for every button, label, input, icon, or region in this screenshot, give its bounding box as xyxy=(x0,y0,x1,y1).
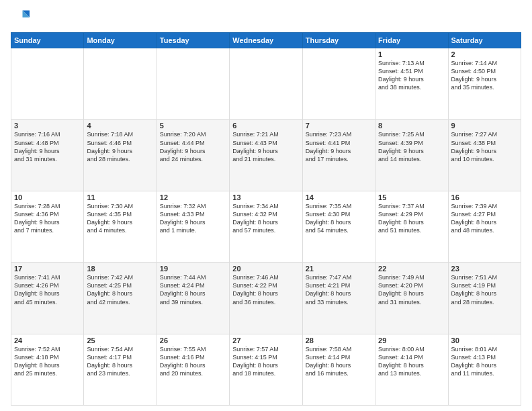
header-row: SundayMondayTuesdayWednesdayThursdayFrid… xyxy=(11,33,521,48)
day-number: 6 xyxy=(232,122,299,130)
calendar-cell: 2Sunrise: 7:14 AM Sunset: 4:50 PM Daylig… xyxy=(448,48,521,120)
calendar-cell: 1Sunrise: 7:13 AM Sunset: 4:51 PM Daylig… xyxy=(375,48,448,120)
day-info: Sunrise: 7:25 AM Sunset: 4:39 PM Dayligh… xyxy=(378,130,445,163)
weekday-header-monday: Monday xyxy=(84,33,157,48)
calendar-week-5: 24Sunrise: 7:52 AM Sunset: 4:18 PM Dayli… xyxy=(11,334,521,405)
weekday-header-friday: Friday xyxy=(375,33,448,48)
day-info: Sunrise: 7:34 AM Sunset: 4:32 PM Dayligh… xyxy=(232,202,299,235)
weekday-header-sunday: Sunday xyxy=(11,33,84,48)
calendar-cell xyxy=(157,48,229,120)
day-number: 4 xyxy=(87,122,153,130)
page: SundayMondayTuesdayWednesdayThursdayFrid… xyxy=(0,0,532,411)
calendar-cell: 21Sunrise: 7:47 AM Sunset: 4:21 PM Dayli… xyxy=(302,263,375,334)
day-number: 26 xyxy=(160,336,226,345)
day-number: 10 xyxy=(14,193,81,201)
calendar-cell: 7Sunrise: 7:23 AM Sunset: 4:41 PM Daylig… xyxy=(302,120,375,191)
calendar-cell: 26Sunrise: 7:55 AM Sunset: 4:16 PM Dayli… xyxy=(157,334,229,405)
calendar-cell: 16Sunrise: 7:39 AM Sunset: 4:27 PM Dayli… xyxy=(448,191,521,262)
day-info: Sunrise: 7:47 AM Sunset: 4:21 PM Dayligh… xyxy=(306,273,372,306)
day-number: 23 xyxy=(451,265,518,273)
day-info: Sunrise: 7:16 AM Sunset: 4:48 PM Dayligh… xyxy=(14,130,81,163)
calendar-cell xyxy=(84,48,157,120)
day-number: 13 xyxy=(232,193,299,201)
day-number: 5 xyxy=(160,122,226,130)
day-number: 7 xyxy=(306,122,372,130)
day-number: 12 xyxy=(160,193,226,201)
day-info: Sunrise: 7:52 AM Sunset: 4:18 PM Dayligh… xyxy=(14,345,81,378)
logo-icon xyxy=(11,8,30,27)
calendar-cell: 18Sunrise: 7:42 AM Sunset: 4:25 PM Dayli… xyxy=(84,263,157,334)
calendar-table: SundayMondayTuesdayWednesdayThursdayFrid… xyxy=(11,32,521,406)
calendar-week-4: 17Sunrise: 7:41 AM Sunset: 4:26 PM Dayli… xyxy=(11,263,521,334)
day-info: Sunrise: 7:37 AM Sunset: 4:29 PM Dayligh… xyxy=(378,202,445,235)
calendar-header: SundayMondayTuesdayWednesdayThursdayFrid… xyxy=(11,33,521,48)
day-number: 2 xyxy=(451,50,518,58)
day-number: 19 xyxy=(160,265,226,273)
day-info: Sunrise: 7:55 AM Sunset: 4:16 PM Dayligh… xyxy=(160,345,226,378)
day-number: 24 xyxy=(14,336,81,345)
day-number: 30 xyxy=(451,336,518,345)
day-info: Sunrise: 7:44 AM Sunset: 4:24 PM Dayligh… xyxy=(160,273,226,306)
day-info: Sunrise: 7:46 AM Sunset: 4:22 PM Dayligh… xyxy=(232,273,299,306)
day-info: Sunrise: 7:32 AM Sunset: 4:33 PM Dayligh… xyxy=(160,202,226,235)
day-number: 18 xyxy=(87,265,153,273)
day-info: Sunrise: 7:14 AM Sunset: 4:50 PM Dayligh… xyxy=(451,59,518,92)
calendar-cell: 29Sunrise: 8:00 AM Sunset: 4:14 PM Dayli… xyxy=(375,334,448,405)
calendar-cell: 11Sunrise: 7:30 AM Sunset: 4:35 PM Dayli… xyxy=(84,191,157,262)
logo xyxy=(11,8,31,27)
day-number: 15 xyxy=(378,193,445,201)
calendar-cell: 9Sunrise: 7:27 AM Sunset: 4:38 PM Daylig… xyxy=(448,120,521,191)
weekday-header-saturday: Saturday xyxy=(448,33,521,48)
weekday-header-thursday: Thursday xyxy=(302,33,375,48)
day-info: Sunrise: 7:13 AM Sunset: 4:51 PM Dayligh… xyxy=(378,59,445,92)
day-number: 29 xyxy=(378,336,445,345)
calendar-cell: 14Sunrise: 7:35 AM Sunset: 4:30 PM Dayli… xyxy=(302,191,375,262)
calendar-cell xyxy=(230,48,302,120)
weekday-header-wednesday: Wednesday xyxy=(230,33,302,48)
calendar-cell: 27Sunrise: 7:57 AM Sunset: 4:15 PM Dayli… xyxy=(230,334,302,405)
day-number: 1 xyxy=(378,50,445,58)
day-number: 28 xyxy=(306,336,372,345)
calendar-cell: 23Sunrise: 7:51 AM Sunset: 4:19 PM Dayli… xyxy=(448,263,521,334)
day-number: 25 xyxy=(87,336,153,345)
calendar-cell: 8Sunrise: 7:25 AM Sunset: 4:39 PM Daylig… xyxy=(375,120,448,191)
calendar-cell: 4Sunrise: 7:18 AM Sunset: 4:46 PM Daylig… xyxy=(84,120,157,191)
day-info: Sunrise: 7:27 AM Sunset: 4:38 PM Dayligh… xyxy=(451,130,518,163)
calendar-cell xyxy=(302,48,375,120)
calendar-cell: 19Sunrise: 7:44 AM Sunset: 4:24 PM Dayli… xyxy=(157,263,229,334)
calendar-cell: 17Sunrise: 7:41 AM Sunset: 4:26 PM Dayli… xyxy=(11,263,84,334)
day-info: Sunrise: 7:23 AM Sunset: 4:41 PM Dayligh… xyxy=(306,130,372,163)
weekday-header-tuesday: Tuesday xyxy=(157,33,229,48)
day-number: 21 xyxy=(306,265,372,273)
calendar-cell: 13Sunrise: 7:34 AM Sunset: 4:32 PM Dayli… xyxy=(230,191,302,262)
day-info: Sunrise: 7:49 AM Sunset: 4:20 PM Dayligh… xyxy=(378,273,445,306)
day-info: Sunrise: 7:58 AM Sunset: 4:14 PM Dayligh… xyxy=(306,345,372,378)
day-number: 27 xyxy=(232,336,299,345)
calendar-body: 1Sunrise: 7:13 AM Sunset: 4:51 PM Daylig… xyxy=(11,48,521,406)
day-info: Sunrise: 7:20 AM Sunset: 4:44 PM Dayligh… xyxy=(160,130,226,163)
day-info: Sunrise: 7:57 AM Sunset: 4:15 PM Dayligh… xyxy=(232,345,299,378)
day-info: Sunrise: 8:00 AM Sunset: 4:14 PM Dayligh… xyxy=(378,345,445,378)
day-info: Sunrise: 7:35 AM Sunset: 4:30 PM Dayligh… xyxy=(306,202,372,235)
calendar-cell: 24Sunrise: 7:52 AM Sunset: 4:18 PM Dayli… xyxy=(11,334,84,405)
day-info: Sunrise: 7:21 AM Sunset: 4:43 PM Dayligh… xyxy=(232,130,299,163)
day-number: 3 xyxy=(14,122,81,130)
day-number: 17 xyxy=(14,265,81,273)
day-info: Sunrise: 7:18 AM Sunset: 4:46 PM Dayligh… xyxy=(87,130,153,163)
day-info: Sunrise: 8:01 AM Sunset: 4:13 PM Dayligh… xyxy=(451,345,518,378)
calendar-cell: 3Sunrise: 7:16 AM Sunset: 4:48 PM Daylig… xyxy=(11,120,84,191)
day-number: 16 xyxy=(451,193,518,201)
calendar-cell: 5Sunrise: 7:20 AM Sunset: 4:44 PM Daylig… xyxy=(157,120,229,191)
day-number: 8 xyxy=(378,122,445,130)
day-number: 11 xyxy=(87,193,153,201)
day-info: Sunrise: 7:42 AM Sunset: 4:25 PM Dayligh… xyxy=(87,273,153,306)
day-info: Sunrise: 7:39 AM Sunset: 4:27 PM Dayligh… xyxy=(451,202,518,235)
calendar-cell: 20Sunrise: 7:46 AM Sunset: 4:22 PM Dayli… xyxy=(230,263,302,334)
calendar-cell: 28Sunrise: 7:58 AM Sunset: 4:14 PM Dayli… xyxy=(302,334,375,405)
calendar-cell: 12Sunrise: 7:32 AM Sunset: 4:33 PM Dayli… xyxy=(157,191,229,262)
calendar-cell xyxy=(11,48,84,120)
day-info: Sunrise: 7:54 AM Sunset: 4:17 PM Dayligh… xyxy=(87,345,153,378)
day-number: 9 xyxy=(451,122,518,130)
day-info: Sunrise: 7:30 AM Sunset: 4:35 PM Dayligh… xyxy=(87,202,153,235)
calendar-week-3: 10Sunrise: 7:28 AM Sunset: 4:36 PM Dayli… xyxy=(11,191,521,262)
